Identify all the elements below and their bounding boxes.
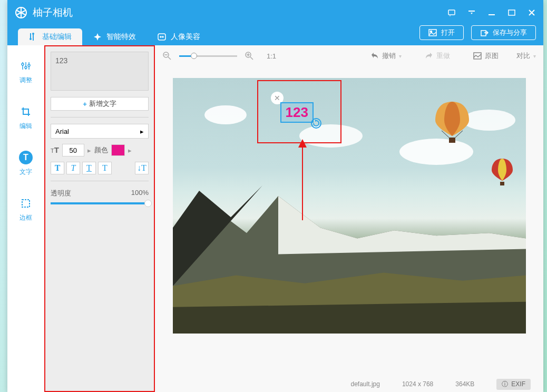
opacity-value: 100% bbox=[131, 189, 149, 198]
font-selector[interactable]: Arial ▸ bbox=[51, 124, 149, 139]
chevron-right-icon: ▸ bbox=[140, 128, 144, 135]
chevron-down-icon: ▾ bbox=[399, 53, 402, 59]
plus-icon: + bbox=[83, 100, 87, 108]
sidebar-label: 编辑 bbox=[19, 122, 32, 131]
svg-point-19 bbox=[22, 63, 24, 65]
opacity-slider[interactable] bbox=[51, 202, 149, 204]
svg-rect-39 bbox=[500, 182, 504, 185]
tab-basic-edit[interactable]: 基础编辑 bbox=[18, 28, 82, 45]
divider bbox=[51, 117, 149, 117]
redo-icon bbox=[425, 52, 433, 60]
zoom-actual-button[interactable]: 1:1 bbox=[267, 52, 276, 60]
svg-rect-10 bbox=[158, 34, 165, 40]
undo-button[interactable]: 撤销 ▾ bbox=[370, 51, 402, 61]
svg-rect-5 bbox=[509, 10, 515, 15]
app-title: 柚子相机 bbox=[33, 6, 73, 19]
button-label: 打开 bbox=[441, 28, 455, 37]
slider-thumb[interactable] bbox=[191, 53, 197, 59]
status-filesize: 364KB bbox=[455, 380, 474, 388]
color-label: 颜色 bbox=[94, 145, 108, 155]
slider-thumb[interactable] bbox=[144, 200, 152, 207]
rotate-handle[interactable] bbox=[311, 118, 321, 129]
text-input[interactable] bbox=[51, 52, 149, 91]
zoom-slider[interactable] bbox=[179, 55, 237, 57]
tools-icon bbox=[28, 32, 38, 42]
menu-dropdown-icon[interactable] bbox=[467, 8, 476, 17]
save-share-button[interactable]: 保存与分享 bbox=[471, 25, 536, 40]
font-size-icon: TT bbox=[51, 145, 59, 155]
tab-smart-effects[interactable]: 智能特效 bbox=[82, 28, 146, 45]
chevron-down-icon: ▾ bbox=[533, 53, 536, 59]
tab-portrait-beauty[interactable]: 人像美容 bbox=[146, 28, 211, 45]
crop-icon bbox=[19, 105, 33, 119]
button-label: 新增文字 bbox=[89, 99, 116, 109]
text-content: 123 bbox=[286, 104, 308, 120]
svg-point-32 bbox=[204, 105, 247, 124]
svg-rect-15 bbox=[481, 31, 486, 36]
zoom-in-icon[interactable] bbox=[245, 51, 254, 61]
undo-icon bbox=[370, 52, 379, 60]
tab-label: 智能特效 bbox=[106, 32, 136, 42]
button-label: EXIF bbox=[511, 380, 525, 388]
compare-button[interactable]: 对比 ▾ bbox=[516, 51, 536, 61]
sidebar: 调整 编辑 T 文字 边框 bbox=[7, 45, 44, 392]
sidebar-item-adjust[interactable]: 调整 bbox=[19, 59, 33, 85]
sidebar-label: 边框 bbox=[19, 213, 32, 222]
original-button[interactable]: 原图 bbox=[473, 51, 499, 61]
chevron-right-icon: ▸ bbox=[128, 146, 132, 154]
italic-button[interactable]: T bbox=[66, 162, 80, 174]
bold-button[interactable]: T bbox=[51, 162, 64, 174]
button-label: 重做 bbox=[436, 51, 450, 61]
svg-text:T: T bbox=[23, 153, 28, 162]
titlebar[interactable]: 柚子相机 bbox=[7, 0, 543, 25]
sidebar-item-edit[interactable]: 编辑 bbox=[19, 105, 33, 131]
svg-marker-3 bbox=[471, 13, 473, 14]
sidebar-item-frame[interactable]: 边框 bbox=[19, 197, 33, 222]
feedback-icon[interactable] bbox=[447, 8, 456, 17]
underline-button[interactable]: T bbox=[82, 162, 96, 174]
font-size-input[interactable] bbox=[62, 144, 84, 156]
tab-label: 人像美容 bbox=[171, 32, 200, 42]
sidebar-item-text[interactable]: T 文字 bbox=[19, 151, 33, 177]
svg-point-9 bbox=[32, 33, 34, 35]
annotation-arrow bbox=[302, 141, 303, 220]
image-icon bbox=[428, 28, 437, 37]
minimize-icon[interactable] bbox=[487, 8, 496, 17]
sidebar-label: 文字 bbox=[19, 168, 32, 177]
strikethrough-button[interactable]: T bbox=[98, 162, 112, 174]
button-label: 原图 bbox=[485, 51, 499, 61]
svg-point-21 bbox=[28, 64, 30, 66]
svg-point-11 bbox=[160, 36, 161, 37]
svg-marker-40 bbox=[315, 120, 317, 122]
svg-point-20 bbox=[25, 66, 27, 68]
app-window: 柚子相机 基础编辑 智能特效 人像美容 打开 bbox=[7, 0, 543, 392]
svg-point-8 bbox=[30, 38, 32, 40]
chevron-right-icon: ▸ bbox=[87, 146, 91, 154]
tab-label: 基础编辑 bbox=[42, 32, 72, 42]
svg-rect-1 bbox=[448, 10, 455, 15]
svg-rect-2 bbox=[468, 11, 475, 12]
exif-button[interactable]: ⓘ EXIF bbox=[496, 379, 531, 390]
svg-line-28 bbox=[250, 57, 253, 60]
redo-button[interactable]: 重做 bbox=[425, 51, 450, 61]
open-button[interactable]: 打开 bbox=[419, 25, 464, 40]
zoom-out-icon[interactable] bbox=[162, 51, 172, 61]
frame-icon bbox=[19, 197, 33, 210]
close-icon[interactable] bbox=[528, 8, 536, 17]
add-text-button[interactable]: + 新增文字 bbox=[51, 97, 149, 111]
svg-rect-36 bbox=[449, 138, 455, 143]
canvas-toolbar: 1:1 撤销 ▾ 重做 原图 对比 ▾ bbox=[155, 45, 543, 66]
svg-point-14 bbox=[431, 31, 432, 33]
canvas[interactable]: ✕ 123 bbox=[155, 66, 543, 376]
opacity-label: 透明度 bbox=[51, 189, 71, 198]
maximize-icon[interactable] bbox=[507, 8, 516, 17]
canvas-text-object[interactable]: 123 bbox=[280, 102, 314, 123]
app-logo-icon bbox=[15, 6, 27, 19]
svg-rect-4 bbox=[489, 14, 495, 15]
edited-image[interactable]: ✕ 123 bbox=[173, 78, 526, 334]
divider bbox=[51, 181, 149, 181]
color-picker[interactable] bbox=[111, 144, 125, 156]
text-overlay-annotation: ✕ 123 bbox=[257, 80, 341, 143]
svg-rect-7 bbox=[33, 34, 34, 41]
vertical-text-button[interactable]: ↓T bbox=[135, 162, 149, 174]
